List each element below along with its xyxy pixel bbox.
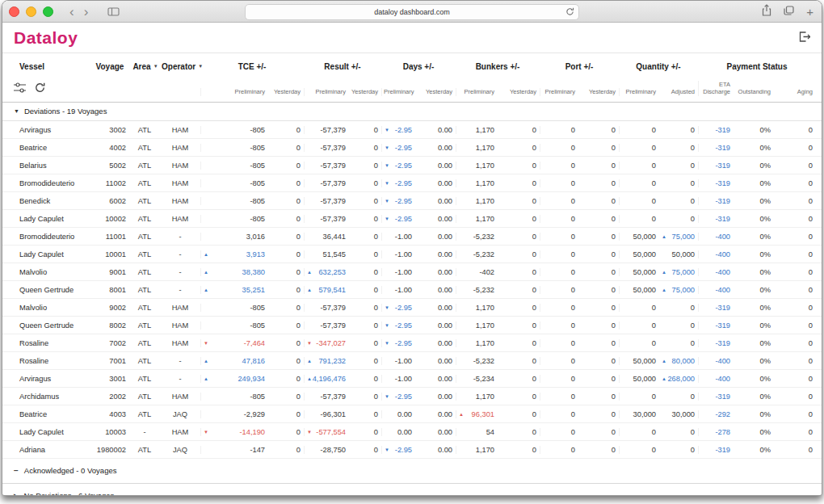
outstanding: 0% bbox=[734, 179, 774, 187]
vessel-name: Queen Gertrude bbox=[13, 321, 90, 330]
voyage-number: 11002 bbox=[90, 179, 129, 187]
outstanding: 0% bbox=[734, 215, 774, 223]
forward-button[interactable]: › bbox=[79, 5, 94, 19]
table-row[interactable]: Malvolio9001ATL-▲38,3800▲632,2530-1.000.… bbox=[2, 263, 822, 281]
minimize-window-button[interactable] bbox=[26, 6, 36, 17]
operator-value: JAQ bbox=[162, 410, 200, 418]
area-value: ATL bbox=[129, 215, 162, 223]
column-header-result[interactable]: Result +/- bbox=[304, 61, 381, 74]
quantity-adjusted: 0 bbox=[659, 179, 698, 187]
back-button[interactable]: ‹ bbox=[65, 5, 79, 19]
table-row[interactable]: Queen Gertrude8002ATLHAM-8050-57,3790▼-2… bbox=[2, 317, 822, 334]
table-row[interactable]: Benedick6002ATLHAM-8050-57,3790▼-2.950.0… bbox=[2, 192, 822, 210]
tce-preliminary: -147 bbox=[200, 446, 268, 454]
group-row-acknowledged[interactable]: − Acknowledged - 0 Voyages bbox=[2, 459, 822, 484]
operator-value: - bbox=[162, 268, 200, 276]
bunkers-preliminary: 1,170 bbox=[456, 179, 498, 187]
port-preliminary: 0 bbox=[540, 446, 578, 454]
table-row[interactable]: Malvolio9002ATLHAM-8050-57,3790▼-2.950.0… bbox=[2, 299, 822, 317]
sidebar-icon[interactable] bbox=[107, 7, 120, 16]
result-preliminary: -57,379 bbox=[304, 197, 349, 205]
change-down-icon: ▼ bbox=[385, 163, 389, 168]
area-value: ATL bbox=[129, 250, 162, 258]
table-row[interactable]: Queen Gertrude8001ATL-▲35,2510▲579,5410-… bbox=[2, 281, 822, 299]
change-up-icon: ▲ bbox=[662, 270, 666, 275]
subheader-outstanding: Outstanding bbox=[734, 88, 774, 96]
tce-yesterday: 0 bbox=[268, 126, 304, 134]
logout-icon[interactable] bbox=[799, 31, 810, 45]
new-tab-icon[interactable]: + bbox=[806, 6, 813, 18]
column-header-days[interactable]: Days +/- bbox=[381, 61, 456, 74]
page-header: Dataloy bbox=[2, 23, 822, 53]
outstanding: 0% bbox=[734, 286, 774, 294]
table-row[interactable]: Bromodideuterio11002ATLHAM-8050-57,3790▼… bbox=[2, 174, 822, 192]
table-row[interactable]: Arviragus3001ATL-▲249,9340▲4,196,4760-1.… bbox=[2, 370, 822, 388]
tce-preliminary: -2,929 bbox=[200, 410, 268, 418]
group-row-no-deviations[interactable]: ▶ No Deviations - 6 Voyages bbox=[2, 484, 822, 496]
column-header-vessel[interactable]: Vessel bbox=[13, 61, 90, 74]
days-yesterday: 0.00 bbox=[415, 375, 456, 383]
change-up-icon: ▲ bbox=[204, 359, 208, 363]
column-header-operator[interactable]: Operator▼ bbox=[162, 61, 200, 74]
operator-value: HAM bbox=[162, 126, 200, 134]
days-yesterday: 0.00 bbox=[415, 268, 456, 276]
column-header-quantity[interactable]: Quantity +/- bbox=[619, 61, 698, 74]
table-row[interactable]: Bromodideuterio11001ATL-3,016036,4410-1.… bbox=[2, 228, 822, 246]
tab-overview-icon[interactable] bbox=[784, 4, 794, 19]
eta-discharge: -319 bbox=[698, 126, 734, 134]
bunkers-preliminary: 1,170 bbox=[456, 197, 498, 205]
table-row[interactable]: Lady Capulet10003-HAM▼-14,1900▼-577,5540… bbox=[2, 423, 822, 441]
result-preliminary: -57,379 bbox=[304, 321, 349, 330]
result-preliminary: ▲632,253 bbox=[304, 268, 349, 276]
column-header-tce[interactable]: TCE +/- bbox=[200, 61, 304, 74]
result-yesterday: 0 bbox=[349, 410, 381, 418]
column-header-port[interactable]: Port +/- bbox=[540, 61, 619, 74]
table-row[interactable]: Belarius5002ATLHAM-8050-57,3790▼-2.950.0… bbox=[2, 157, 822, 174]
quantity-preliminary: 0 bbox=[619, 446, 659, 454]
group-row-deviations[interactable]: ▼ Deviations - 19 Voyages bbox=[2, 103, 822, 121]
table-row[interactable]: Arviragus3002ATLHAM-8050-57,3790▼-2.950.… bbox=[2, 121, 822, 139]
column-header-area[interactable]: Area▼ bbox=[129, 61, 162, 74]
operator-value: - bbox=[162, 250, 200, 258]
table-row[interactable]: Rosaline7002ATLHAM▼-7,4640▼-347,0270▼-2.… bbox=[2, 334, 822, 352]
table-row[interactable]: Archidamus2002ATLHAM-8050-57,3790▼-2.950… bbox=[2, 388, 822, 405]
change-up-icon: ▲ bbox=[662, 234, 666, 239]
change-down-icon: ▼ bbox=[385, 181, 389, 186]
subheader-yesterday: Yesterday bbox=[268, 88, 304, 96]
filter-settings-icon[interactable] bbox=[14, 82, 26, 96]
column-header-payment-status[interactable]: Payment Status bbox=[698, 61, 816, 74]
table-row[interactable]: Adriana1980002ATLJAQ-1470-28,7500▼-2.950… bbox=[2, 441, 822, 459]
table-row[interactable]: Lady Capulet10002ATLHAM-8050-57,3790▼-2.… bbox=[2, 210, 822, 228]
filter-icon[interactable]: ▼ bbox=[153, 64, 158, 69]
change-down-icon: ▼ bbox=[385, 128, 389, 132]
port-yesterday: 0 bbox=[578, 250, 619, 258]
days-preliminary: ▼-2.95 bbox=[381, 162, 415, 170]
address-bar[interactable]: dataloy dashboard.com bbox=[245, 4, 579, 20]
days-preliminary: ▼-2.95 bbox=[381, 304, 415, 312]
quantity-preliminary: 50,000 bbox=[619, 268, 659, 276]
column-header-voyage[interactable]: Voyage bbox=[90, 61, 129, 74]
change-down-icon: ▼ bbox=[385, 323, 389, 328]
quantity-preliminary: 0 bbox=[619, 162, 659, 170]
tce-preliminary: -805 bbox=[200, 393, 268, 401]
operator-value: - bbox=[162, 286, 200, 294]
port-preliminary: 0 bbox=[540, 357, 578, 365]
quantity-adjusted: 0 bbox=[659, 428, 698, 436]
table-row[interactable]: Beatrice4003ATLJAQ-2,9290-96,30100.000.0… bbox=[2, 405, 822, 423]
table-row[interactable]: Beatrice4002ATLHAM-8050-57,3790▼-2.950.0… bbox=[2, 139, 822, 157]
share-icon[interactable] bbox=[762, 4, 771, 19]
tce-preliminary: -805 bbox=[200, 162, 268, 170]
days-preliminary: -1.00 bbox=[381, 375, 415, 383]
days-preliminary: 0.00 bbox=[381, 410, 415, 418]
zoom-window-button[interactable] bbox=[43, 6, 53, 17]
table-row[interactable]: Rosaline7001ATL-▲47,8160▲791,2320-1.000.… bbox=[2, 352, 822, 370]
tce-preliminary: ▲35,251 bbox=[200, 286, 268, 294]
close-window-button[interactable] bbox=[9, 6, 19, 17]
refresh-icon[interactable] bbox=[35, 82, 45, 96]
vessel-name: Malvolio bbox=[13, 268, 90, 276]
column-header-bunkers[interactable]: Bunkers +/- bbox=[456, 61, 540, 74]
table-row[interactable]: Lady Capulet10001ATL-▲3,913051,5450-1.00… bbox=[2, 246, 822, 263]
dash-icon: − bbox=[14, 467, 19, 475]
eta-discharge: -400 bbox=[698, 286, 734, 294]
reload-icon[interactable] bbox=[565, 7, 574, 16]
